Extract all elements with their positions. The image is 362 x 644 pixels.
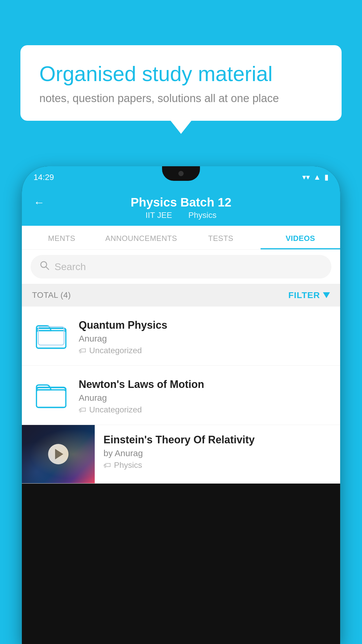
svg-line-1 xyxy=(46,267,49,270)
video-list: Quantum Physics Anurag 🏷 Uncategorized N… xyxy=(22,307,340,484)
status-bar: 14:29 ▾▾ ▲ ▮ xyxy=(22,166,340,188)
app-header: ← Physics Batch 12 IIT JEE Physics xyxy=(22,188,340,226)
video-author: Anurag xyxy=(79,334,330,344)
status-time: 14:29 xyxy=(34,173,54,182)
video-tag: 🏷 Uncategorized xyxy=(79,405,330,414)
video-author: Anurag xyxy=(79,393,330,403)
video-title: Newton's Laws of Motion xyxy=(79,378,330,391)
phone-frame: 14:29 ▾▾ ▲ ▮ ← Physics Batch 12 IIT JEE … xyxy=(22,166,340,644)
folder-icon-container xyxy=(32,317,70,355)
tag-label: Uncategorized xyxy=(89,346,142,355)
folder-icon xyxy=(36,321,66,351)
thumbnail-bg xyxy=(22,425,95,483)
search-placeholder: Search xyxy=(55,261,86,272)
filter-bar: TOTAL (4) FILTER xyxy=(22,284,340,307)
battery-icon: ▮ xyxy=(324,173,328,182)
search-container: Search xyxy=(22,250,340,284)
wifi-icon: ▾▾ xyxy=(302,173,310,182)
camera-dot xyxy=(178,171,184,176)
video-title: Quantum Physics xyxy=(79,319,330,331)
tag-icon: 🏷 xyxy=(79,346,86,355)
tag-label: Uncategorized xyxy=(89,405,142,414)
header-subtitle: IIT JEE Physics xyxy=(142,211,220,220)
tab-videos[interactable]: VIDEOS xyxy=(261,226,340,249)
tag-label: Physics xyxy=(114,461,142,470)
bubble-title: Organised study material xyxy=(39,61,323,86)
speech-bubble-container: Organised study material notes, question… xyxy=(20,45,342,121)
folder-icon-container xyxy=(32,376,70,414)
total-count: TOTAL (4) xyxy=(32,290,71,300)
tab-ments[interactable]: MENTS xyxy=(22,226,101,249)
video-info: Newton's Laws of Motion Anurag 🏷 Uncateg… xyxy=(79,376,330,414)
folder-icon xyxy=(36,380,66,410)
video-title: Einstein's Theory Of Relativity xyxy=(103,434,330,446)
video-tag: 🏷 Physics xyxy=(103,461,330,470)
notch xyxy=(162,166,200,181)
list-item[interactable]: Einstein's Theory Of Relativity by Anura… xyxy=(22,425,340,484)
search-bar[interactable]: Search xyxy=(31,255,331,279)
tab-announcements[interactable]: ANNOUNCEMENTS xyxy=(101,226,181,249)
video-author: by Anurag xyxy=(103,448,330,458)
filter-icon xyxy=(323,292,330,298)
list-item[interactable]: Quantum Physics Anurag 🏷 Uncategorized xyxy=(22,307,340,366)
video-info: Einstein's Theory Of Relativity by Anura… xyxy=(95,425,330,476)
search-icon xyxy=(39,260,50,273)
tab-tests[interactable]: TESTS xyxy=(181,226,261,249)
svg-rect-6 xyxy=(36,390,66,407)
tag-icon: 🏷 xyxy=(79,405,86,414)
speech-bubble: Organised study material notes, question… xyxy=(20,45,342,121)
back-button[interactable]: ← xyxy=(34,196,45,209)
header-subtitle-iitjee: IIT JEE xyxy=(145,211,172,220)
status-icons: ▾▾ ▲ ▮ xyxy=(302,173,328,182)
filter-button[interactable]: FILTER xyxy=(288,290,330,300)
video-tag: 🏷 Uncategorized xyxy=(79,346,330,355)
tag-icon: 🏷 xyxy=(103,461,111,470)
filter-label: FILTER xyxy=(288,290,320,300)
list-item[interactable]: Newton's Laws of Motion Anurag 🏷 Uncateg… xyxy=(22,366,340,425)
video-info: Quantum Physics Anurag 🏷 Uncategorized xyxy=(79,317,330,355)
header-title: Physics Batch 12 xyxy=(131,195,231,209)
tabs-bar: MENTS ANNOUNCEMENTS TESTS VIDEOS xyxy=(22,226,340,250)
header-subtitle-physics: Physics xyxy=(188,211,216,220)
signal-icon: ▲ xyxy=(313,173,321,182)
video-thumbnail xyxy=(22,425,95,483)
bubble-subtitle: notes, question papers, solutions all at… xyxy=(39,92,323,105)
